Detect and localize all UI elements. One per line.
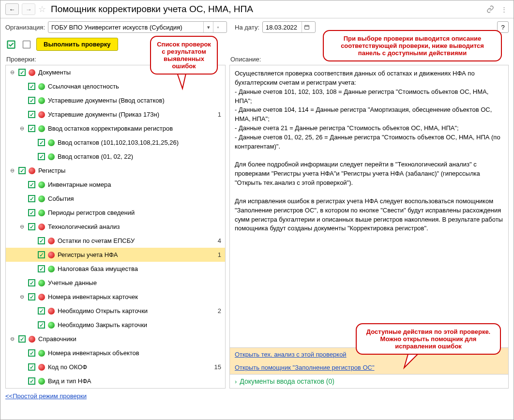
callout-top-right: При выборе проверки выводится описание с… bbox=[323, 30, 502, 61]
tree-row[interactable]: •✓Регистры учета НФА1 bbox=[6, 248, 225, 262]
calendar-icon[interactable] bbox=[302, 22, 311, 32]
tree-row[interactable]: •✓Ввод остатков (01, 02, 22) bbox=[6, 150, 225, 164]
checkbox[interactable]: ✓ bbox=[18, 335, 26, 343]
tree-row-label: Периоды регистров сведений bbox=[48, 209, 209, 216]
status-green-icon bbox=[48, 139, 55, 146]
checkbox[interactable]: ✓ bbox=[28, 195, 35, 202]
star-icon[interactable]: ☆ bbox=[38, 4, 46, 15]
org-combo[interactable]: ▾ ▫ bbox=[48, 21, 227, 33]
checks-tree[interactable]: ⊖✓Документы•✓Ссылочная целостность•✓Уста… bbox=[5, 65, 226, 389]
tree-row[interactable]: ⊖✓Номера инвентарных карточек bbox=[6, 290, 225, 304]
tree-row-count: 15 bbox=[212, 363, 221, 371]
back-button[interactable]: ← bbox=[5, 3, 19, 15]
tree-row[interactable]: •✓Вид и тип НФА bbox=[6, 374, 225, 388]
status-red-icon bbox=[38, 364, 45, 371]
status-red-icon bbox=[29, 69, 35, 76]
checkbox[interactable]: ✓ bbox=[28, 377, 35, 385]
link-icon[interactable] bbox=[485, 4, 495, 14]
checkbox[interactable]: ✓ bbox=[28, 83, 35, 90]
org-input[interactable] bbox=[48, 22, 203, 32]
tree-row[interactable]: •✓Устаревшие документы (Ввод остатков) bbox=[6, 93, 225, 107]
date-combo[interactable] bbox=[262, 21, 316, 33]
date-label: На дату: bbox=[235, 24, 259, 31]
checkbox[interactable]: ✓ bbox=[18, 167, 26, 174]
tree-row[interactable]: •✓События bbox=[6, 192, 225, 206]
tree-row[interactable]: •✓Учетные данные bbox=[6, 276, 225, 290]
checkbox[interactable]: ✓ bbox=[28, 97, 35, 104]
checkbox[interactable]: ✓ bbox=[28, 209, 35, 216]
tree-row[interactable]: •✓Ввод остатков (101,102,103,108,21,25,2… bbox=[6, 135, 225, 150]
checkbox[interactable]: ✓ bbox=[28, 223, 35, 230]
status-red-icon bbox=[38, 224, 45, 230]
page-title: Помощник корректировки учета ОС, НМА, НП… bbox=[51, 4, 253, 15]
collapse-icon[interactable]: ⊖ bbox=[18, 294, 25, 300]
checkbox[interactable]: ✓ bbox=[38, 307, 45, 315]
status-red-icon bbox=[38, 111, 45, 118]
tree-row[interactable]: ⊖✓Регистры bbox=[6, 164, 225, 178]
tree-row[interactable]: •✓Необходимо Открыть карточки2 bbox=[6, 304, 225, 318]
checkbox[interactable]: ✓ bbox=[38, 237, 45, 244]
tree-row-label: Номера инвентарных карточек bbox=[48, 293, 209, 300]
collapse-icon[interactable]: ⊖ bbox=[9, 167, 15, 174]
forward-button[interactable]: → bbox=[22, 3, 35, 15]
tree-row[interactable]: •✓Необходимо Закрыть карточки bbox=[6, 318, 225, 332]
tree-row[interactable]: •✓Код по ОКОФ15 bbox=[6, 360, 225, 374]
status-green-icon bbox=[38, 125, 45, 132]
tree-row-label: Налоговая база имущества bbox=[58, 265, 209, 272]
checkbox[interactable]: ✓ bbox=[28, 181, 35, 188]
tree-row-count: 1 bbox=[212, 111, 221, 118]
tree-row[interactable]: •✓Номера инвентарных объектов bbox=[6, 346, 225, 360]
check-all-button[interactable] bbox=[5, 39, 17, 50]
status-green-icon bbox=[38, 350, 45, 357]
documents-summary-row[interactable]: › Документы ввода остатков (0) bbox=[229, 375, 509, 389]
run-check-button[interactable]: Выполнить проверку bbox=[36, 38, 118, 51]
tree-row[interactable]: •✓Ссылочная целостность bbox=[6, 79, 225, 93]
open-fill-registers-link[interactable]: Открыть помощник "Заполнение регистров О… bbox=[230, 361, 508, 374]
checkbox[interactable]: ✓ bbox=[38, 321, 45, 329]
tree-row-label: Регистры учета НФА bbox=[58, 251, 209, 258]
tree-row[interactable]: ⊖✓Технологический анализ bbox=[6, 220, 225, 234]
simple-mode-link[interactable]: <<Простой режим проверки bbox=[5, 392, 87, 400]
org-open-icon[interactable]: ▫ bbox=[213, 22, 223, 32]
more-icon[interactable]: ⋮ bbox=[499, 4, 509, 14]
checkbox[interactable]: ✓ bbox=[28, 125, 35, 132]
checkbox[interactable]: ✓ bbox=[18, 69, 26, 76]
tree-row[interactable]: •✓Устаревшие документы (Приказ 173н)1 bbox=[6, 107, 225, 121]
desc-b1: - Данные счетов 101, 102, 103, 108 = Дан… bbox=[235, 88, 503, 106]
date-input[interactable] bbox=[263, 22, 302, 32]
collapse-icon[interactable]: ⊖ bbox=[9, 336, 15, 342]
checkbox[interactable]: ✓ bbox=[38, 139, 45, 146]
tree-row-count: 1 bbox=[212, 251, 221, 258]
tree-row[interactable]: •✓Периоды регистров сведений bbox=[6, 206, 225, 220]
checkbox[interactable]: ✓ bbox=[28, 111, 35, 118]
checkbox[interactable]: ✓ bbox=[38, 265, 45, 272]
checkbox[interactable]: ✓ bbox=[28, 363, 35, 371]
desc-p3: Для исправления ошибок в регистрах учета… bbox=[235, 197, 503, 233]
tree-row-label: Технологический анализ bbox=[48, 223, 209, 230]
tree-row[interactable]: •✓Остатки по счетам ЕПСБУ4 bbox=[6, 234, 225, 248]
tree-row-label: Необходимо Открыть карточки bbox=[58, 307, 209, 315]
documents-summary-label: Документы ввода остатков (0) bbox=[240, 377, 334, 385]
desc-b2: - Данные счетов 104, 114 = Данные регист… bbox=[235, 105, 503, 124]
tree-row-label: Ввод остатков (101,102,103,108,21,25,26) bbox=[58, 139, 209, 146]
checkbox[interactable]: ✓ bbox=[28, 349, 35, 357]
org-dropdown-icon[interactable]: ▾ bbox=[203, 22, 213, 32]
status-red-icon bbox=[48, 238, 55, 244]
collapse-icon[interactable]: ⊖ bbox=[18, 224, 25, 230]
tree-row[interactable]: ⊖✓Справочники bbox=[6, 332, 225, 346]
checkbox[interactable]: ✓ bbox=[38, 153, 45, 160]
checkbox[interactable]: ✓ bbox=[38, 251, 45, 258]
tree-row[interactable]: •✓Инвентарные номера bbox=[6, 178, 225, 192]
header-bar: ← → ☆ Помощник корректировки учета ОС, Н… bbox=[0, 0, 514, 18]
collapse-icon[interactable]: ⊖ bbox=[18, 125, 25, 132]
checkbox[interactable]: ✓ bbox=[28, 293, 35, 300]
status-green-icon bbox=[38, 210, 45, 216]
collapse-icon[interactable]: ⊖ bbox=[9, 69, 15, 75]
tree-row[interactable]: ⊖✓Ввод остатков корректировками регистро… bbox=[6, 121, 225, 135]
tree-row-label: События bbox=[48, 195, 209, 202]
org-label: Организация: bbox=[5, 24, 45, 31]
tree-row-label: Регистры bbox=[38, 167, 209, 174]
checkbox[interactable]: ✓ bbox=[28, 279, 35, 286]
uncheck-all-button[interactable] bbox=[21, 39, 32, 50]
tree-row[interactable]: •✓Налоговая база имущества bbox=[6, 262, 225, 276]
